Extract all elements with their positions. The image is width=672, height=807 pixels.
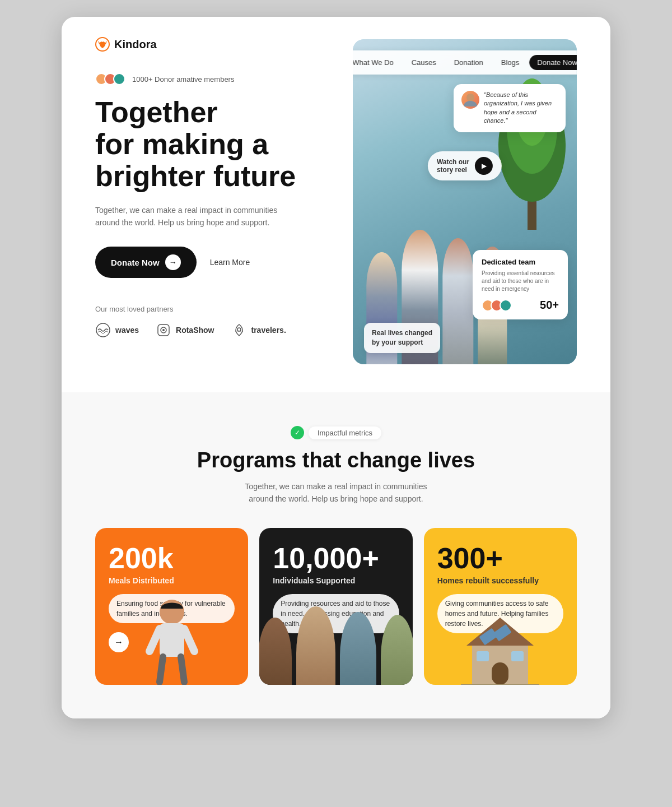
testimonial-bubble: "Because of this organization, I was giv…: [454, 84, 566, 132]
svg-point-4: [162, 329, 165, 331]
homes-label: Homes rebuilt successfully: [437, 576, 563, 585]
svg-rect-16: [477, 651, 489, 661]
badge-label: Impactful metrics: [309, 426, 381, 439]
rotashow-label: RotaShow: [176, 326, 214, 335]
individuals-stat: 10,000+: [273, 544, 399, 573]
badge-checkmark-icon: ✓: [291, 426, 304, 439]
child-illustration: [138, 595, 206, 685]
svg-point-5: [237, 328, 241, 331]
nav-donation[interactable]: Donation: [446, 55, 491, 70]
programs-section: ✓ Impactful metrics Programs that change…: [62, 392, 610, 718]
page-container: Kindora 1000+ Donor amative members Toge…: [62, 17, 610, 718]
volunteer-person-3: [442, 238, 473, 364]
dedicated-title: Dedicated team: [482, 258, 559, 266]
individuals-label: Individuals Supported: [273, 576, 399, 585]
hero-buttons: Donate Now → Learn More: [95, 247, 330, 278]
logo-text: Kindora: [114, 38, 157, 51]
program-card-homes: 300+ Homes rebuilt successfully Giving c…: [424, 528, 577, 685]
group-person-4: [381, 615, 413, 685]
donor-avatars: [95, 73, 122, 85]
hero-section: Kindora 1000+ Donor amative members Toge…: [62, 17, 610, 392]
waves-icon: [95, 322, 111, 338]
donate-arrow-icon: →: [165, 254, 181, 270]
partner-waves: waves: [95, 322, 139, 338]
travelers-label: travelers.: [251, 326, 286, 335]
partners-list: waves RotaShow: [95, 322, 330, 338]
meals-stat: 200k: [109, 544, 235, 573]
watch-story-label: Watch our story reel: [437, 158, 469, 174]
donor-avatar-3: [113, 73, 125, 85]
waves-label: waves: [115, 326, 139, 335]
svg-rect-15: [492, 662, 508, 685]
team-avatars: [482, 299, 508, 312]
meals-image: [95, 595, 248, 685]
hero-title: Together for making a brighter future: [95, 96, 330, 193]
travelers-icon: [231, 322, 247, 338]
programs-title: Programs that change lives: [95, 448, 577, 472]
learn-more-button[interactable]: Learn More: [210, 258, 250, 267]
play-button-icon: ▶: [475, 157, 493, 175]
hero-nav: What We Do Causes Donation Blogs Donate …: [353, 50, 577, 75]
hero-description: Together, we can make a real impact in c…: [95, 204, 286, 229]
lives-changed-bubble: Real lives changedby your support: [364, 323, 440, 353]
svg-rect-17: [511, 651, 524, 661]
dedicated-team-card: Dedicated team Providing essential resou…: [473, 250, 568, 319]
group-person-2: [296, 606, 335, 685]
partners-section: Our most loved partners waves: [95, 305, 330, 338]
partners-label: Our most loved partners: [95, 305, 330, 313]
homes-image: [424, 595, 577, 685]
dedicated-footer: 50+: [482, 299, 559, 312]
donor-label: 1000+ Donor amative members: [132, 75, 234, 84]
program-card-meals: 200k Meals Distributed Ensuring food sec…: [95, 528, 248, 685]
team-count: 50+: [540, 299, 559, 312]
partner-rotashow: RotaShow: [156, 322, 214, 338]
testimonial-text: "Because of this organization, I was giv…: [484, 91, 558, 126]
donor-badge: 1000+ Donor amative members: [95, 73, 330, 85]
group-person-1: [259, 618, 291, 685]
programs-grid: 200k Meals Distributed Ensuring food sec…: [95, 528, 577, 685]
svg-point-10: [466, 94, 474, 101]
testimonial-avatar: [461, 91, 479, 109]
group-illustration: [259, 606, 412, 685]
partner-travelers: travelers.: [231, 322, 286, 338]
group-person-3: [340, 612, 376, 685]
homes-stat: 300+: [437, 544, 563, 573]
nav-donate-now[interactable]: Donate Now: [529, 55, 577, 70]
logo[interactable]: Kindora: [95, 37, 157, 52]
individuals-image: [259, 595, 412, 685]
watch-story-button[interactable]: Watch our story reel ▶: [428, 151, 502, 180]
dedicated-description: Providing essential resources and aid to…: [482, 270, 559, 293]
hero-left: 1000+ Donor amative members Together for…: [95, 39, 330, 338]
donate-now-button[interactable]: Donate Now →: [95, 247, 197, 278]
rotashow-icon: [156, 322, 171, 338]
programs-description: Together, we can make a real impact in c…: [235, 480, 437, 505]
logo-icon: [95, 37, 110, 52]
programs-badge: ✓ Impactful metrics: [95, 426, 577, 439]
nav-blogs[interactable]: Blogs: [493, 55, 528, 70]
team-avatar-3: [500, 299, 512, 312]
meals-label: Meals Distributed: [109, 576, 235, 585]
hero-image-panel: What We Do Causes Donation Blogs Donate …: [353, 39, 577, 364]
nav-causes[interactable]: Causes: [404, 55, 444, 70]
nav-what-we-do[interactable]: What We Do: [353, 55, 402, 70]
program-card-individuals: 10,000+ Individuals Supported Providing …: [259, 528, 412, 685]
house-illustration: [455, 606, 545, 685]
